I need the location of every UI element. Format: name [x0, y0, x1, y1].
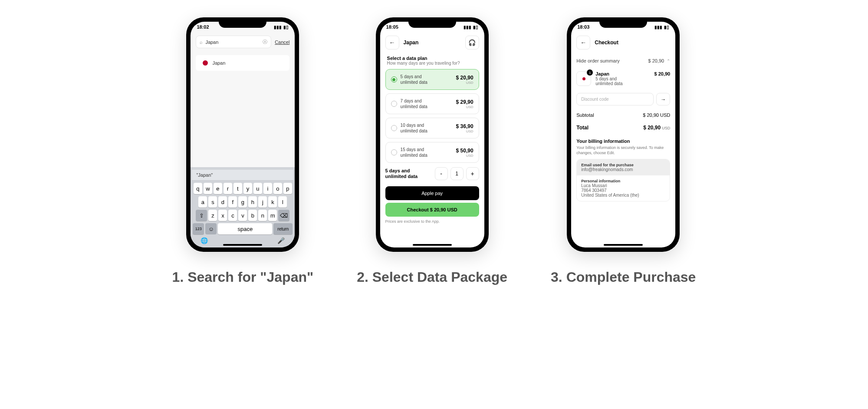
cancel-button[interactable]: Cancel — [275, 40, 289, 45]
support-button[interactable]: 🎧 — [465, 36, 479, 49]
globe-icon[interactable]: 🌐 — [201, 237, 208, 244]
caption-3: 3. Complete Purchase — [551, 269, 696, 285]
key-shift[interactable]: ⇧ — [196, 210, 207, 221]
key-r[interactable]: r — [224, 183, 232, 194]
billing-card: Email used for the purchase info@freakin… — [576, 159, 670, 201]
key-i[interactable]: i — [263, 183, 272, 194]
key-z[interactable]: z — [208, 210, 217, 221]
key-n[interactable]: n — [258, 210, 267, 221]
back-button[interactable]: ← — [576, 36, 590, 49]
key-123[interactable]: 123 — [193, 223, 204, 234]
notch — [599, 17, 647, 28]
signal-icon: ▮▮▮ — [274, 25, 282, 30]
key-j[interactable]: j — [258, 196, 267, 208]
section-subtitle: How many days are you traveling for? — [387, 61, 477, 66]
key-p[interactable]: p — [283, 183, 292, 194]
plan-option-7days[interactable]: 7 days andunlimited data $ 29,90USD — [385, 93, 479, 114]
mic-icon[interactable]: 🎤 — [277, 237, 285, 244]
qty-value: 1 — [450, 167, 464, 180]
order-summary-toggle[interactable]: Hide order summary $ 20,90 ⌃ — [571, 54, 675, 68]
caption-2: 2. Select Data Package — [357, 269, 507, 285]
plan-option-15days[interactable]: 15 days andunlimited data $ 50,90USD — [385, 142, 479, 163]
keyboard-suggestion[interactable]: "Japan" — [192, 170, 293, 181]
clear-icon[interactable]: ⓧ — [263, 39, 267, 45]
key-h[interactable]: h — [248, 196, 257, 208]
key-b[interactable]: b — [248, 210, 257, 221]
result-label: Japan — [212, 60, 225, 66]
battery-icon: ▮▯ — [283, 25, 289, 30]
key-a[interactable]: a — [198, 196, 207, 208]
home-indicator[interactable] — [413, 244, 452, 246]
chevron-up-icon: ⌃ — [667, 59, 670, 63]
email-value: info@freakingnomads.com — [581, 167, 665, 172]
keyboard-dock: 🌐 🎤 — [192, 234, 293, 244]
qty-badge: 1 — [587, 69, 593, 76]
page-title: Checkout — [595, 40, 618, 46]
phone-search: 18:02 ▮▮▮ ▮▯ ⌕ Japan ⓧ Cancel Japan "Jap… — [186, 17, 299, 252]
key-d[interactable]: d — [218, 196, 227, 208]
key-s[interactable]: s — [208, 196, 217, 208]
plan-option-5days[interactable]: 5 days andunlimited data $ 20,90USD — [385, 69, 479, 90]
key-w[interactable]: w — [204, 183, 212, 194]
key-q[interactable]: q — [194, 183, 202, 194]
home-indicator[interactable] — [223, 244, 262, 246]
status-time: 18:05 — [386, 24, 398, 30]
key-o[interactable]: o — [273, 183, 282, 194]
discount-input[interactable]: Discount code — [576, 93, 654, 106]
flag-icon — [203, 60, 208, 66]
price-footnote: Prices are exclusive to the App. — [380, 219, 484, 224]
signal-icon: ▮▮▮ — [464, 25, 471, 30]
plan-option-10days[interactable]: 10 days andunlimited data $ 36,90USD — [385, 118, 479, 139]
order-item: 1 Japan 5 days and unlimited data $ 20,9… — [571, 68, 675, 89]
caption-1: 1. Search for "Japan" — [172, 269, 314, 285]
keyboard-row-bottom: 123 ☺ space return — [193, 223, 293, 234]
radio-icon — [391, 101, 397, 107]
phone-plans: 18:05 ▮▮▮ ▮▯ ← Japan 🎧 Select a data pla… — [376, 17, 489, 252]
search-input[interactable]: ⌕ Japan ⓧ — [196, 36, 271, 48]
key-return[interactable]: return — [273, 223, 293, 234]
key-k[interactable]: k — [268, 196, 277, 208]
apple-pay-button[interactable]: Apple pay — [385, 186, 479, 200]
key-l[interactable]: l — [278, 196, 287, 208]
key-u[interactable]: u — [253, 183, 262, 194]
billing-subtitle: Your billing information is securely sav… — [571, 145, 675, 155]
radio-icon — [391, 76, 397, 82]
search-icon: ⌕ — [200, 40, 203, 45]
personal-label: Personal information — [581, 179, 665, 183]
key-emoji[interactable]: ☺ — [205, 223, 217, 234]
key-f[interactable]: f — [228, 196, 237, 208]
key-backspace[interactable]: ⌫ — [278, 210, 289, 221]
keyboard-row-2: a s d f g h j k l — [192, 196, 293, 208]
keyboard-row-3: ⇧ z x c v b n m ⌫ — [192, 210, 293, 221]
status-time: 18:03 — [577, 24, 589, 30]
status-time: 18:02 — [197, 24, 209, 30]
notch — [408, 17, 456, 28]
key-g[interactable]: g — [238, 196, 247, 208]
search-result-japan[interactable]: Japan — [196, 55, 289, 71]
email-label: Email used for the purchase — [581, 163, 665, 167]
key-e[interactable]: e — [214, 183, 222, 194]
key-v[interactable]: v — [238, 210, 247, 221]
key-c[interactable]: c — [228, 210, 237, 221]
billing-title: Your billing information — [571, 134, 675, 145]
phone-checkout: 18:03 ▮▮▮ ▮▯ ← Checkout Hide order summa… — [567, 17, 680, 252]
subtotal-row: Subtotal $ 20,90 USD — [571, 109, 675, 121]
keyboard-row-1: q w e r t y u i o p — [192, 183, 293, 194]
checkout-button[interactable]: Checkout $ 20,90 USD — [385, 203, 479, 217]
keyboard[interactable]: "Japan" q w e r t y u i o p a s d f g h … — [191, 167, 295, 247]
key-x[interactable]: x — [218, 210, 227, 221]
qty-minus-button[interactable]: - — [435, 167, 448, 180]
qty-plus-button[interactable]: + — [466, 167, 479, 180]
key-t[interactable]: t — [233, 183, 242, 194]
home-indicator[interactable] — [604, 244, 643, 246]
key-m[interactable]: m — [268, 210, 277, 221]
order-thumb: 1 — [576, 71, 591, 86]
battery-icon: ▮▯ — [664, 25, 669, 30]
page-title: Japan — [404, 40, 419, 46]
radio-icon — [391, 149, 397, 155]
key-space[interactable]: space — [218, 223, 272, 234]
key-y[interactable]: y — [243, 183, 252, 194]
back-button[interactable]: ← — [385, 36, 399, 49]
signal-icon: ▮▮▮ — [654, 25, 662, 30]
apply-discount-button[interactable]: → — [656, 93, 670, 106]
